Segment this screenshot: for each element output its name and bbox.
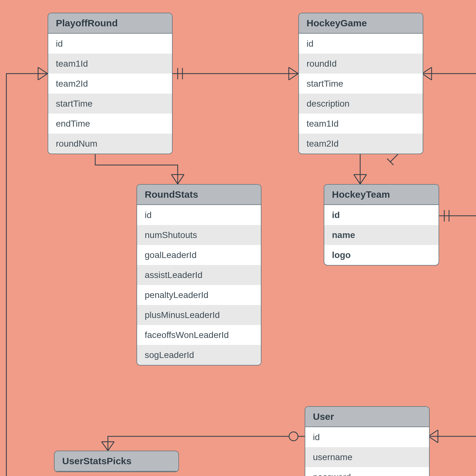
field: id (137, 205, 261, 225)
field: name (324, 225, 439, 245)
field: startTime (299, 74, 423, 94)
field: startTime (48, 94, 172, 114)
svg-line-17 (178, 175, 184, 184)
svg-line-31 (108, 442, 114, 451)
svg-line-34 (428, 430, 438, 436)
svg-point-29 (289, 432, 298, 441)
er-diagram: { "entities": { "playoffRound": { "title… (0, 0, 476, 476)
field: faceoffsWonLeaderId (137, 325, 261, 345)
entity-title: UserStatsPicks (55, 451, 178, 472)
field: sogLeaderId (137, 345, 261, 365)
field: penaltyLeaderId (137, 285, 261, 305)
field: id (299, 34, 423, 54)
field: username (305, 447, 429, 467)
entity-hockeyteam[interactable]: HockeyTeam id name logo (324, 184, 439, 266)
svg-line-22 (354, 175, 360, 184)
svg-line-16 (171, 175, 178, 184)
entity-title: HockeyTeam (324, 185, 439, 205)
entity-roundstats[interactable]: RoundStats id numShutouts goalLeaderId a… (136, 184, 261, 366)
svg-line-8 (422, 74, 432, 80)
svg-line-30 (102, 442, 108, 451)
field: team2Id (48, 74, 172, 94)
field: team1Id (299, 114, 423, 134)
entity-title: RoundStats (137, 185, 261, 205)
field: team1Id (48, 54, 172, 74)
entity-hockeygame[interactable]: HockeyGame id roundId startTime descript… (298, 13, 423, 154)
svg-line-35 (428, 436, 438, 443)
svg-line-10 (38, 67, 48, 74)
field: roundId (299, 54, 423, 74)
field: id (324, 205, 439, 225)
entity-user[interactable]: User id username password (305, 406, 430, 476)
field: logo (324, 245, 439, 265)
field: roundNum (48, 134, 172, 154)
entity-userstatspicks[interactable]: UserStatsPicks (54, 451, 179, 472)
entity-title: User (305, 407, 429, 427)
field: goalLeaderId (137, 245, 261, 265)
field: plusMinusLeaderId (137, 305, 261, 325)
svg-line-11 (38, 74, 48, 80)
entity-title: PlayoffRound (48, 13, 172, 34)
svg-line-2 (289, 74, 298, 80)
svg-line-1 (289, 67, 298, 74)
field: password (305, 467, 429, 476)
svg-line-25 (387, 159, 393, 165)
entity-title: HockeyGame (299, 13, 423, 34)
field: id (48, 34, 172, 54)
entity-playoffround[interactable]: PlayoffRound id team1Id team2Id startTim… (48, 13, 173, 154)
field: endTime (48, 114, 172, 134)
field: assistLeaderId (137, 265, 261, 285)
field: id (305, 427, 429, 447)
svg-line-7 (422, 67, 432, 74)
field: numShutouts (137, 225, 261, 245)
svg-line-23 (360, 175, 367, 184)
field: team2Id (299, 134, 423, 154)
field: description (299, 94, 423, 114)
